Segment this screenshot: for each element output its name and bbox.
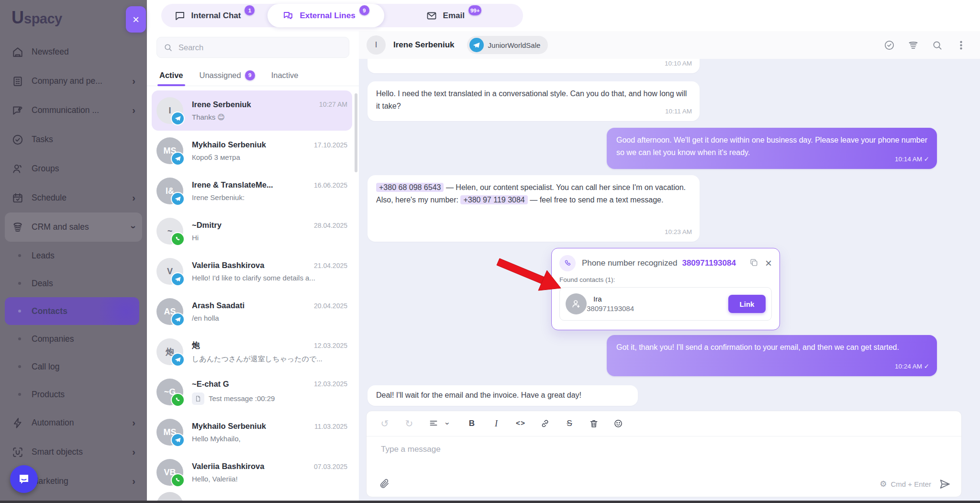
tab-external-lines[interactable]: External Lines 9	[267, 4, 384, 27]
uspacy-logo: U spacy	[0, 0, 147, 30]
timestamp: 16.06.2025	[314, 181, 347, 189]
filter-tab-unassigned[interactable]: Unassigned 9	[200, 65, 255, 86]
copy-icon[interactable]	[749, 258, 758, 269]
mark-done-icon[interactable]	[884, 40, 895, 51]
link-contact-button[interactable]: Link	[728, 295, 766, 313]
logo-mark-icon: U	[11, 8, 23, 28]
sidebar-subitem-deals[interactable]: Deals	[5, 269, 142, 297]
chevron-right-icon: ›	[132, 417, 135, 428]
message-time: 10:24 AM ✓	[895, 360, 929, 373]
emoji-icon[interactable]	[613, 419, 623, 428]
link-icon[interactable]	[540, 419, 550, 428]
list-item[interactable]: AS Arash Saadati20.04.2025 /en holla	[152, 291, 352, 332]
message-bubble-incoming: Deal! I'll wait for the email and the in…	[368, 385, 638, 406]
attach-paperclip-icon[interactable]	[379, 478, 390, 491]
list-filter-tabs: Active Unassigned 9 Inactive	[147, 65, 359, 86]
telegram-icon	[171, 353, 185, 367]
strikethrough-icon[interactable]: S	[565, 419, 574, 428]
chevron-right-icon: ›	[132, 476, 135, 487]
sidebar-item-newsfeed[interactable]: Newsfeed	[5, 37, 142, 67]
filter-tab-inactive[interactable]: Inactive	[271, 65, 299, 86]
bullet-icon	[18, 365, 21, 368]
message-preview: Hello, Valeriia!	[192, 475, 347, 483]
redo-icon[interactable]: ↻	[404, 418, 414, 429]
bold-icon[interactable]: B	[467, 419, 477, 428]
channel-badge[interactable]: JuniorWorldSale	[467, 36, 548, 54]
window-bottom-edge	[0, 501, 980, 503]
message-bubble-outgoing: Got it, thank you! I'll send a confirmat…	[607, 335, 937, 376]
conversation-actions	[884, 40, 967, 51]
list-item[interactable]: MS Mykhailo Serbeniuk11.03.2025 Hello My…	[152, 412, 352, 452]
found-contact-card[interactable]: Ira 380971193084 Link	[559, 287, 772, 321]
list-item[interactable]: MS Mykhailo Serbeniuk17.10.2025 Короб 3 …	[152, 131, 352, 171]
list-item[interactable]: ~G ~E-chat G12.03.2025 Test message :00:…	[152, 372, 352, 412]
recognized-number: 380971193084	[682, 258, 736, 268]
tab-label: Internal Chat	[191, 11, 241, 21]
list-item[interactable]: VB Valeriia Bashkirova07.03.2025 Hello, …	[152, 452, 352, 492]
list-item[interactable]: V Valeriia Bashkirova21.04.2025 Hello! I…	[152, 251, 352, 291]
sidebar-subitem-products[interactable]: Products	[5, 380, 142, 408]
search-box	[156, 37, 349, 58]
chevron-right-icon: ›	[132, 447, 135, 458]
sidebar-subitem-companies[interactable]: Companies	[5, 325, 142, 353]
align-icon[interactable]	[429, 419, 438, 428]
timestamp: 10:27 AM	[319, 101, 347, 108]
chevron-down-icon[interactable]: ›	[443, 419, 452, 428]
message-input[interactable]	[380, 444, 884, 455]
sidebar-item-crm[interactable]: CRM and sales ›	[5, 212, 142, 242]
sidebar-item-communication[interactable]: Communication ... ›	[5, 96, 142, 125]
gear-icon[interactable]: ⚙	[880, 479, 887, 489]
whatsapp-icon	[171, 473, 185, 487]
undo-icon[interactable]: ↺	[380, 418, 390, 429]
recognized-phone-number[interactable]: +380 97 119 3084	[460, 195, 527, 204]
avatar: V	[156, 258, 183, 285]
tab-internal-chat[interactable]: Internal Chat 1	[161, 4, 267, 27]
list-scrollbar[interactable]	[355, 93, 357, 172]
tab-label: Email	[443, 11, 465, 21]
contact-name: Mykhailo Serbeniuk	[192, 140, 309, 149]
send-icon[interactable]	[939, 478, 951, 490]
chevron-right-icon: ›	[132, 76, 135, 87]
sidebar-subitem-leads[interactable]: Leads	[5, 242, 142, 269]
search-input[interactable]	[178, 43, 342, 53]
bullet-icon	[18, 393, 21, 396]
recognized-phone-number[interactable]: +380 68 098 6543	[376, 183, 444, 192]
tab-email[interactable]: Email 99+	[384, 4, 523, 27]
sidebar-item-groups[interactable]: Groups	[5, 154, 142, 183]
home-icon	[11, 46, 24, 58]
list-item[interactable]: I& Irene & TranslateMe...16.06.2025 Iren…	[152, 171, 352, 211]
calendar-icon	[11, 192, 24, 204]
telegram-icon	[171, 313, 185, 326]
sidebar-item-schedule[interactable]: Schedule ›	[5, 183, 142, 212]
avatar: MS	[156, 137, 183, 164]
lightning-icon	[11, 417, 24, 429]
sidebar-item-label: Smart objects	[32, 447, 83, 457]
close-icon: ×	[133, 13, 139, 26]
building-icon	[11, 75, 24, 88]
search-icon[interactable]	[932, 40, 943, 51]
italic-icon[interactable]: I	[491, 419, 501, 429]
code-icon[interactable]: <>	[516, 420, 525, 428]
list-item[interactable]: 炮 炮12.03.2025 しあんたつさんが退室しちゃったので...	[152, 332, 352, 372]
list-item[interactable]: ~ ~Dmitry28.04.2025 Hi	[152, 211, 352, 251]
message-text: Hello. I need the text translated in a c…	[376, 89, 687, 110]
close-drawer-button[interactable]: ×	[126, 6, 146, 33]
filter-tab-active[interactable]: Active	[159, 65, 183, 86]
filter-funnel-icon[interactable]	[908, 40, 919, 51]
kebab-menu-icon[interactable]	[956, 40, 967, 51]
sidebar-item-company[interactable]: Company and pe... ›	[5, 67, 142, 96]
trash-icon[interactable]	[589, 419, 599, 428]
close-icon[interactable]: ×	[765, 257, 772, 269]
message-history[interactable]: 10:10 AM Hello. I need the text translat…	[359, 59, 980, 503]
sidebar-subitem-call-log[interactable]: Call log	[5, 353, 142, 380]
telegram-icon	[469, 38, 484, 52]
list-item[interactable]: I Irene Serbeniuk10:27 AM Thanks 😊	[152, 90, 352, 131]
sidebar-item-tasks[interactable]: Tasks	[5, 125, 142, 154]
sidebar-item-smart-objects[interactable]: Smart objects ›	[5, 437, 142, 467]
document-icon	[192, 392, 204, 405]
sidebar-subitem-contacts[interactable]: Contacts	[5, 297, 139, 325]
logo-text: spacy	[24, 11, 62, 27]
message-preview: Irene Serbeniuk:	[192, 193, 347, 201]
sidebar-item-automation[interactable]: Automation ›	[5, 408, 142, 437]
support-chat-widget-button[interactable]	[10, 465, 38, 493]
